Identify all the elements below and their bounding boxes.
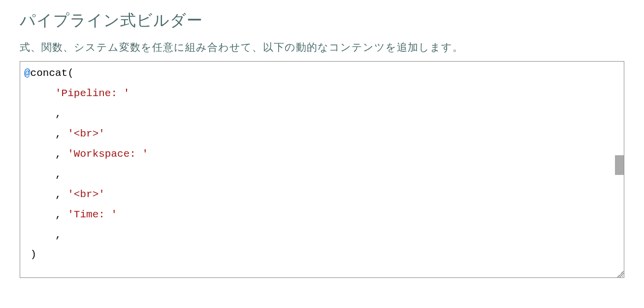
string-literal: 'Workspace: ' (67, 148, 148, 160)
string-literal: '<br>' (67, 189, 105, 200)
code-line: , (24, 104, 620, 124)
comma: , (55, 209, 67, 220)
close-paren: ) (31, 249, 37, 260)
scrollbar-track (615, 62, 624, 277)
string-literal: '<br>' (67, 128, 105, 139)
comma: , (55, 229, 62, 240)
comma: , (55, 148, 67, 160)
at-symbol: @ (24, 68, 31, 79)
comma: , (55, 128, 67, 139)
code-line: , 'Workspace: ' (24, 144, 620, 165)
comma: , (55, 108, 62, 119)
string-literal: 'Time: ' (67, 209, 117, 220)
expression-editor[interactable]: @concat( 'Pipeline: ' , , '<br>' , 'Work… (20, 61, 624, 278)
code-line: , (24, 165, 620, 185)
code-content[interactable]: @concat( 'Pipeline: ' , , '<br>' , 'Work… (20, 62, 624, 277)
string-literal: 'Pipeline: ' (55, 88, 129, 99)
code-line: @concat( (24, 64, 620, 84)
code-line: , '<br>' (24, 124, 620, 144)
code-line: ) (24, 245, 620, 265)
open-paren: ( (67, 68, 74, 79)
comma: , (55, 189, 67, 200)
page-description: 式、関数、システム変数を任意に組み合わせて、以下の動的なコンテンツを追加します。 (20, 40, 624, 54)
code-line: 'Pipeline: ' (24, 84, 620, 104)
resize-handle-icon[interactable] (617, 271, 624, 277)
scrollbar-thumb[interactable] (615, 155, 624, 175)
page-title: パイプライン式ビルダー (20, 10, 624, 32)
function-name: concat (31, 68, 68, 79)
code-line: , '<br>' (24, 185, 620, 205)
comma: , (55, 169, 62, 180)
code-line: , 'Time: ' (24, 205, 620, 225)
code-line: , (24, 225, 620, 245)
